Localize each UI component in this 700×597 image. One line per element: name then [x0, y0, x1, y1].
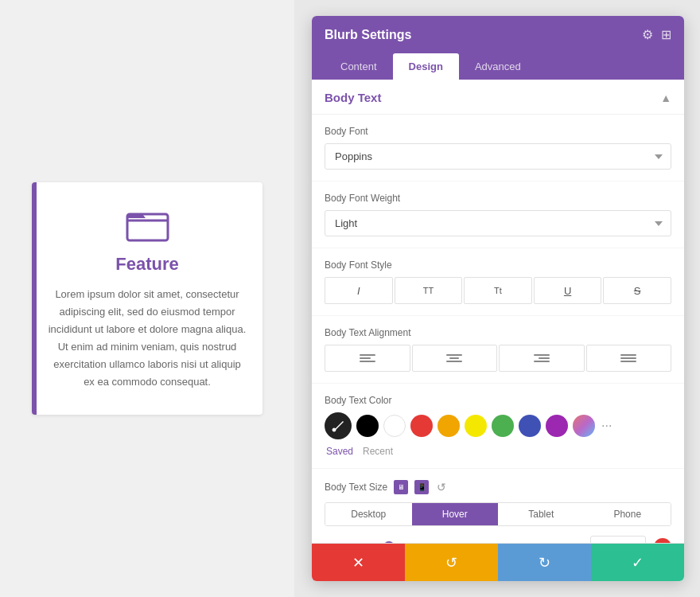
size-header: Body Text Size 🖥 📱 ↺: [325, 480, 671, 494]
device-tab-desktop[interactable]: Desktop: [325, 503, 412, 525]
body-text-alignment-label: Body Text Alignment: [325, 327, 671, 338]
color-swatch-orange[interactable]: [438, 415, 460, 437]
body-text-size-section: Body Text Size 🖥 📱 ↺ Desktop Hover Table…: [312, 469, 684, 543]
color-swatch-black[interactable]: [356, 415, 379, 437]
tab-design[interactable]: Design: [393, 53, 459, 80]
color-swatch-white[interactable]: [383, 415, 406, 437]
blurb-body-text: Lorem ipsum dolor sit amet, consectetur …: [48, 286, 247, 392]
device-tab-tablet[interactable]: Tablet: [498, 503, 585, 525]
body-font-weight-section: Body Font Weight Light: [312, 181, 684, 248]
recent-label[interactable]: Recent: [363, 446, 393, 457]
chevron-up-icon[interactable]: ▲: [660, 92, 671, 104]
blurb-title: Feature: [48, 254, 247, 275]
body-text-color-label: Body Text Color: [325, 395, 671, 406]
style-capitalize-btn[interactable]: Tt: [464, 277, 532, 304]
panel-tabs: Content Design Advanced: [312, 53, 684, 80]
body-font-select[interactable]: Poppins: [325, 143, 671, 170]
tab-advanced[interactable]: Advanced: [459, 53, 537, 80]
text-size-slider-row: 15px 1: [325, 536, 671, 543]
settings-icon[interactable]: ⚙: [642, 27, 653, 42]
color-picker-row: ···: [325, 412, 671, 439]
color-swatch-gradient[interactable]: [573, 415, 595, 437]
body-text-color-section: Body Text Color ···: [312, 384, 684, 469]
align-right-btn[interactable]: [499, 345, 585, 372]
panel-title: Blurb Settings: [325, 28, 411, 42]
settings-panel: Blurb Settings ⚙ ⊞ Content Design Advanc…: [312, 16, 684, 581]
panel-footer: ✕ ↺ ↻ ✓: [312, 543, 684, 581]
body-font-style-section: Body Font Style I TT Tt U S: [312, 248, 684, 316]
align-center-btn[interactable]: [412, 345, 498, 372]
align-justify-btn[interactable]: [586, 345, 672, 372]
body-text-title: Body Text: [325, 91, 381, 104]
body-text-size-label: Body Text Size: [325, 482, 387, 493]
body-font-weight-select[interactable]: Light: [325, 210, 671, 236]
panel-header: Blurb Settings ⚙ ⊞: [312, 16, 684, 53]
color-swatch-green[interactable]: [492, 415, 514, 437]
align-left-btn[interactable]: [325, 345, 410, 372]
blurb-icon-folder: [126, 206, 169, 242]
blurb-card: Feature Lorem ipsum dolor sit amet, cons…: [32, 182, 262, 416]
saved-label[interactable]: Saved: [326, 446, 353, 457]
body-text-section-header: Body Text ▲: [312, 80, 684, 115]
body-font-label: Body Font: [325, 126, 671, 137]
header-icons: ⚙ ⊞: [642, 27, 671, 42]
save-button[interactable]: ✓: [591, 544, 684, 581]
style-underline-btn[interactable]: U: [534, 277, 602, 304]
color-swatch-yellow[interactable]: [465, 415, 487, 437]
device-tab-phone[interactable]: Phone: [585, 503, 671, 525]
panel-content: Body Text ▲ Body Font Poppins Body Font …: [312, 80, 684, 543]
body-text-alignment-section: Body Text Alignment: [312, 316, 684, 384]
color-dropper-btn[interactable]: [325, 412, 352, 439]
text-size-slider[interactable]: [325, 539, 582, 543]
reset-button[interactable]: ↺: [405, 544, 498, 581]
style-italic-btn[interactable]: I: [325, 277, 393, 304]
style-uppercase-btn[interactable]: TT: [395, 277, 463, 304]
tab-content[interactable]: Content: [325, 53, 393, 80]
expand-icon[interactable]: ⊞: [661, 27, 671, 42]
device-tab-hover[interactable]: Hover: [412, 503, 499, 525]
device-tabs: Desktop Hover Tablet Phone: [325, 502, 671, 526]
color-swatch-purple[interactable]: [546, 415, 568, 437]
preview-panel: Feature Lorem ipsum dolor sit amet, cons…: [0, 0, 294, 597]
redo-button[interactable]: ↻: [498, 544, 591, 581]
align-buttons: [325, 345, 671, 372]
desktop-icon[interactable]: 🖥: [394, 480, 408, 494]
saved-recent-row: Saved Recent: [325, 446, 671, 457]
style-strikethrough-btn[interactable]: S: [603, 277, 671, 304]
cancel-button[interactable]: ✕: [312, 544, 405, 581]
body-font-weight-label: Body Font Weight: [325, 193, 671, 204]
mobile-icon[interactable]: 📱: [414, 480, 429, 494]
style-buttons: I TT Tt U S: [325, 277, 671, 304]
text-size-input[interactable]: 15px: [590, 536, 646, 543]
body-font-style-label: Body Font Style: [325, 259, 671, 271]
svg-point-1: [332, 428, 336, 431]
body-font-section: Body Font Poppins: [312, 115, 684, 181]
color-more-btn[interactable]: ···: [600, 419, 613, 433]
color-swatch-red[interactable]: [410, 415, 433, 437]
reset-size-icon[interactable]: ↺: [437, 481, 446, 494]
color-swatch-blue[interactable]: [519, 415, 541, 437]
